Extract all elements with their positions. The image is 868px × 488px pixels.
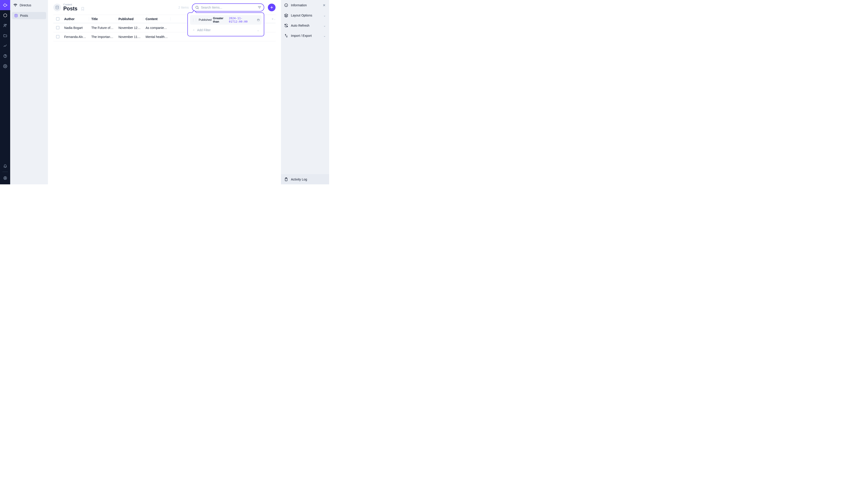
filter-value[interactable]: 2024-11-01T12:00:00 (229, 17, 256, 23)
filter-icon[interactable] (257, 5, 261, 9)
plus-icon: ＋ (192, 28, 195, 32)
svg-point-8 (56, 6, 59, 7)
layout-options-label: Layout Options (291, 13, 312, 17)
search-icon (195, 5, 199, 9)
calendar-icon[interactable] (257, 18, 260, 22)
nav-content-icon[interactable] (0, 10, 10, 20)
collection-icon-circle[interactable] (53, 4, 61, 11)
sidebar-item-label: Posts (20, 14, 28, 18)
column-header-author[interactable]: Author (62, 17, 89, 21)
search-input[interactable] (201, 6, 256, 9)
info-label: Information (291, 3, 307, 7)
cell-author: Nadia Bogart (62, 26, 89, 30)
add-filter-button[interactable]: ＋ Add Filter ⌄ (190, 26, 261, 34)
nav-docs-icon[interactable] (0, 51, 10, 61)
page-header: Content Posts 2 Items ⋮⋮ Published Great… (48, 0, 281, 13)
plus-icon (270, 5, 274, 9)
bookmark-icon[interactable] (81, 7, 85, 11)
svg-point-4 (4, 66, 6, 67)
clipboard-icon (284, 177, 288, 182)
auto-refresh-label: Auto Refresh (291, 24, 309, 27)
right-panel: Information Layout Options ⌄ Auto Refres… (281, 0, 329, 184)
search-bar[interactable] (192, 3, 264, 11)
svg-point-0 (4, 24, 5, 26)
chevron-down-icon: ⌄ (323, 24, 326, 27)
project-selector[interactable]: Directus (10, 0, 48, 10)
cell-published: November 11th, … (116, 35, 143, 39)
nav-rail (0, 0, 10, 184)
column-header-published[interactable]: Published (116, 17, 143, 21)
nav-files-icon[interactable] (0, 31, 10, 41)
row-checkbox[interactable] (56, 26, 59, 29)
select-all-checkbox[interactable] (56, 17, 59, 21)
filter-popover: ⋮⋮ Published Greater than 2024-11-01T12:… (187, 12, 264, 36)
info-icon (284, 3, 288, 7)
wifi-icon (13, 3, 18, 7)
svg-point-9 (196, 6, 198, 8)
layout-options-item[interactable]: Layout Options ⌄ (281, 10, 329, 20)
close-icon[interactable] (322, 3, 326, 7)
nav-insights-icon[interactable] (0, 41, 10, 51)
column-header-title[interactable]: Title (89, 17, 116, 21)
filter-field[interactable]: Published (199, 18, 212, 22)
nav-notifications-icon[interactable] (0, 161, 10, 171)
cell-content: As companies e… (143, 26, 170, 30)
cell-author: Fernanda Alvarez (62, 35, 89, 39)
nav-users-icon[interactable] (0, 20, 10, 31)
auto-refresh-item[interactable]: Auto Refresh ⌄ (281, 20, 329, 31)
database-icon (55, 5, 59, 9)
add-filter-label: Add Filter (197, 28, 211, 32)
cell-published: November 12th, … (116, 26, 143, 30)
svg-point-6 (4, 177, 6, 178)
column-header-content[interactable]: Content (143, 17, 170, 21)
layers-icon (284, 13, 288, 18)
svg-rect-10 (257, 19, 259, 21)
chevron-down-icon: ⌄ (257, 28, 259, 32)
activity-log-item[interactable]: Activity Log (281, 174, 329, 184)
sync-off-icon (284, 24, 288, 28)
drag-handle-icon[interactable]: ⋮⋮ (192, 18, 197, 22)
import-export-label: Import / Export (291, 34, 312, 37)
row-checkbox[interactable] (56, 35, 59, 38)
filter-operator[interactable]: Greater than (213, 17, 227, 23)
chevron-down-icon: ⌄ (323, 13, 326, 17)
page-title: Posts (63, 6, 78, 11)
add-column-button[interactable]: ＋ (269, 17, 276, 21)
cell-content: Mental health is j… (143, 35, 170, 39)
collections-sidebar: Directus Posts (10, 0, 48, 184)
nav-settings-icon[interactable] (0, 61, 10, 71)
create-item-button[interactable] (268, 4, 276, 11)
main-content: Content Posts 2 Items ⋮⋮ Published Great… (48, 0, 281, 184)
project-name: Directus (20, 3, 31, 7)
activity-log-label: Activity Log (291, 177, 307, 181)
item-count: 2 Items (178, 6, 189, 9)
import-export-item[interactable]: Import / Export ⌄ (281, 31, 329, 41)
import-export-icon (284, 34, 288, 38)
info-panel-header[interactable]: Information (281, 0, 329, 10)
cell-title: The Importance … (89, 35, 116, 39)
sidebar-item-posts[interactable]: Posts (12, 12, 46, 19)
database-icon (14, 14, 18, 18)
cell-title: The Future of Re… (89, 26, 116, 30)
chevron-down-icon: ⌄ (323, 34, 326, 37)
nav-account-icon[interactable] (0, 173, 10, 183)
app-logo[interactable] (0, 0, 10, 10)
svg-point-7 (15, 14, 18, 15)
filter-rule[interactable]: ⋮⋮ Published Greater than 2024-11-01T12:… (190, 15, 261, 25)
svg-point-1 (5, 24, 6, 25)
